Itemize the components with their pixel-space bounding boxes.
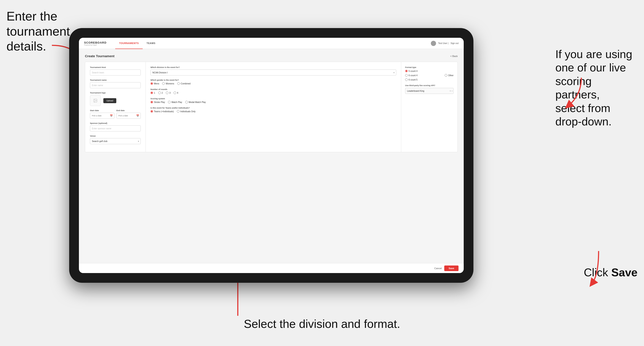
brand-sub: Powered by Clippit xyxy=(84,44,106,46)
nav-item-teams[interactable]: TEAMS xyxy=(143,38,159,49)
event-type-teams-label: Teams (+Individuals) xyxy=(154,110,174,113)
format-other-input[interactable] xyxy=(445,74,447,77)
format-6count4[interactable]: 6 count 4 xyxy=(405,74,418,77)
rounds-4-label: 4 xyxy=(177,92,178,94)
nav-item-tournaments[interactable]: TOURNAMENTS xyxy=(115,38,143,49)
event-type-teams[interactable]: Teams (+Individuals) xyxy=(150,110,174,113)
tournament-name-label: Tournament name xyxy=(90,79,141,81)
left-column: Tournament Host Tournament name Tourname… xyxy=(85,62,146,152)
svg-point-2 xyxy=(94,100,95,100)
gender-combined-input[interactable] xyxy=(177,82,180,85)
tournament-name-input[interactable] xyxy=(90,82,141,88)
start-date-label: Start date xyxy=(90,109,114,112)
date-row: Start date 📅 End date 📅 xyxy=(90,109,141,119)
format-5count4[interactable]: 5 count 4 xyxy=(405,70,418,72)
event-type-field: Is this event for Teams and/or Individua… xyxy=(150,107,396,113)
scoring-match-input[interactable] xyxy=(168,101,170,103)
rounds-2[interactable]: 2 xyxy=(158,92,163,94)
annotation-bottom-right: Click Save xyxy=(584,266,638,279)
back-button[interactable]: < Back xyxy=(450,55,458,57)
end-calendar-icon: 📅 xyxy=(136,114,139,117)
tournament-logo-label: Tournament logo xyxy=(90,92,141,94)
format-other-label: Other xyxy=(448,74,454,77)
gender-mens-label: Mens xyxy=(154,82,159,85)
calendar-icon: 📅 xyxy=(110,114,113,117)
cancel-button[interactable]: Cancel xyxy=(434,267,442,270)
division-select-wrap: NCAA Division I xyxy=(150,69,396,76)
scoring-match[interactable]: Match Play xyxy=(168,101,182,103)
api-field-wrap: × ÷ xyxy=(405,88,454,94)
event-type-individuals-input[interactable] xyxy=(177,110,180,113)
nav-items: TOURNAMENTS TEAMS xyxy=(115,38,431,49)
brand-name: SCOREBOARD xyxy=(84,41,106,44)
end-date-wrap: 📅 xyxy=(116,113,141,119)
api-clear-button[interactable]: × ÷ xyxy=(450,90,453,92)
gender-combined[interactable]: Combined xyxy=(177,82,191,85)
rounds-4[interactable]: 4 xyxy=(174,92,178,94)
rounds-label: Number of rounds xyxy=(150,88,396,90)
event-type-individuals[interactable]: Individuals Only xyxy=(177,110,196,113)
rounds-4-input[interactable] xyxy=(174,92,176,94)
venue-field: Venue Search golf club xyxy=(90,135,141,144)
rounds-3[interactable]: 3 xyxy=(166,92,170,94)
annotation-bottom: Select the division and format. xyxy=(244,317,400,331)
scoring-medal-match[interactable]: Medal Match Play xyxy=(185,101,206,103)
format-type-field: Format type 5 count 4 6 count 4 xyxy=(405,66,454,81)
user-label: Test User | xyxy=(438,42,448,44)
sponsor-field: Sponsor (optional) xyxy=(90,122,141,132)
content-area: Create Tournament < Back Tournament Host… xyxy=(79,49,464,263)
gender-womens-input[interactable] xyxy=(162,82,165,85)
format-5count4-input[interactable] xyxy=(405,70,408,72)
scoring-label: Scoring system xyxy=(150,98,396,100)
scoring-stroke-input[interactable] xyxy=(150,101,153,103)
gender-mens-input[interactable] xyxy=(150,82,153,85)
rounds-1[interactable]: 1 xyxy=(150,92,155,94)
format-type-label: Format type xyxy=(405,66,454,68)
tournament-host-input[interactable] xyxy=(90,69,141,76)
sponsor-input[interactable] xyxy=(90,125,141,132)
logo-placeholder xyxy=(90,95,101,106)
upload-button[interactable]: Upload xyxy=(103,98,116,103)
gender-womens-label: Womens xyxy=(166,82,174,85)
middle-column: Which division is the event for? NCAA Di… xyxy=(146,62,401,152)
api-input[interactable] xyxy=(405,88,454,94)
rounds-radio-group: 1 2 3 4 xyxy=(150,92,396,94)
event-type-individuals-label: Individuals Only xyxy=(180,110,196,113)
scoring-stroke-label: Stroke Play xyxy=(154,101,165,103)
gender-womens[interactable]: Womens xyxy=(162,82,174,85)
division-label: Which division is the event for? xyxy=(150,66,396,68)
save-button[interactable]: Save xyxy=(444,265,458,271)
venue-select[interactable]: Search golf club xyxy=(90,138,141,144)
division-select[interactable]: NCAA Division I xyxy=(150,69,396,76)
format-6count5-label: 6 count 5 xyxy=(408,79,418,81)
scoring-medal-label: Medal Match Play xyxy=(189,101,206,103)
start-date-field: Start date 📅 xyxy=(90,109,114,119)
venue-select-wrap: Search golf club xyxy=(90,138,141,144)
scoring-field: Scoring system Stroke Play Match Play xyxy=(150,98,396,103)
rounds-2-input[interactable] xyxy=(158,92,161,94)
scoring-medal-input[interactable] xyxy=(185,101,188,103)
scoring-stroke[interactable]: Stroke Play xyxy=(150,101,165,103)
scoring-radio-group: Stroke Play Match Play Medal Match Play xyxy=(150,101,396,103)
tournament-name-field: Tournament name xyxy=(90,79,141,88)
right-column: Format type 5 count 4 6 count 4 xyxy=(401,62,458,152)
format-other[interactable]: Other xyxy=(445,74,454,77)
format-6count5-input[interactable] xyxy=(405,78,408,81)
format-left: 5 count 4 6 count 4 6 count 5 xyxy=(405,70,418,81)
event-type-teams-input[interactable] xyxy=(150,110,153,113)
rounds-2-label: 2 xyxy=(162,92,163,94)
rounds-3-input[interactable] xyxy=(166,92,168,94)
page-header: Create Tournament < Back xyxy=(85,54,458,58)
gender-mens[interactable]: Mens xyxy=(150,82,159,85)
annotation-top-left: Enter the tournament details. xyxy=(6,9,70,54)
navbar-right: Test User | Sign out xyxy=(431,41,458,46)
signout-link[interactable]: Sign out xyxy=(450,42,458,44)
format-6count4-input[interactable] xyxy=(405,74,408,77)
rounds-field: Number of rounds 1 2 xyxy=(150,88,396,94)
logo-upload-area: Upload xyxy=(90,95,141,106)
tournament-host-label: Tournament Host xyxy=(90,66,141,68)
rounds-1-input[interactable] xyxy=(150,92,153,94)
page-title: Create Tournament xyxy=(85,54,114,58)
format-6count5[interactable]: 6 count 5 xyxy=(405,78,418,81)
tablet: SCOREBOARD Powered by Clippit TOURNAMENT… xyxy=(69,28,474,283)
